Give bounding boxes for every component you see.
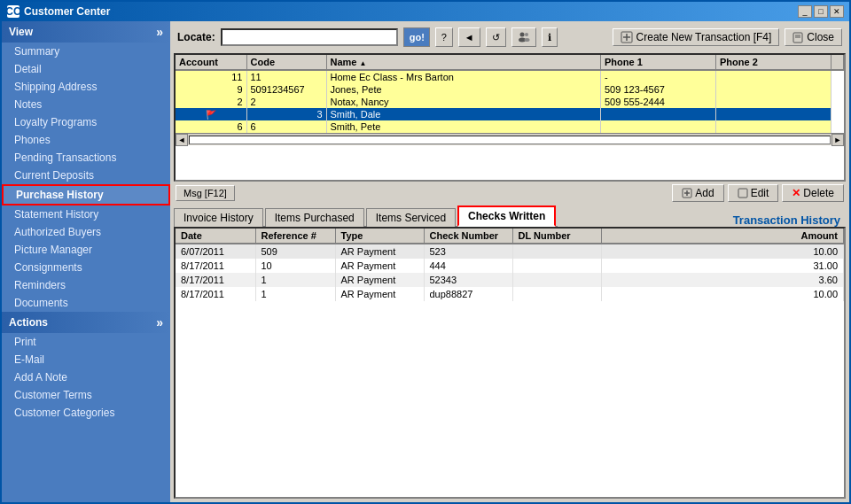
title-bar-left: CC Customer Center: [7, 5, 110, 18]
transaction-row[interactable]: 8/17/2011 10 AR Payment 444 31.00: [176, 259, 844, 273]
table-row[interactable]: 6 6 Smith, Pete: [176, 120, 844, 133]
cell-account: 2: [176, 96, 246, 108]
people-button[interactable]: [511, 27, 536, 47]
app-icon: CC: [7, 5, 20, 18]
sidebar-item-loyalty-programs[interactable]: Loyalty Programs: [2, 113, 170, 131]
col-amount[interactable]: Amount: [601, 229, 844, 244]
cell-phone2: [716, 108, 831, 120]
right-panel: Locate: go! ? ◄ ↺ ℹ Create New Transacti…: [170, 21, 849, 502]
sidebar-item-authorized-buyers[interactable]: Authorized Buyers: [2, 223, 170, 241]
cell-code: 11: [246, 70, 326, 83]
sidebar-item-detail[interactable]: Detail: [2, 60, 170, 78]
create-new-transaction-button[interactable]: Create New Transaction [F4]: [613, 28, 780, 46]
sidebar-item-pending-transactions[interactable]: Pending Transactions: [2, 149, 170, 167]
cell-type: AR Payment: [335, 259, 424, 273]
sidebar-item-reminders[interactable]: Reminders: [2, 276, 170, 294]
tab-invoice-history[interactable]: Invoice History: [174, 208, 263, 227]
sidebar-item-documents[interactable]: Documents: [2, 294, 170, 312]
add-label: Add: [695, 187, 714, 199]
transaction-row[interactable]: 8/17/2011 1 AR Payment dup88827 10.00: [176, 287, 844, 301]
cell-dl: [512, 273, 601, 287]
col-account[interactable]: Account: [176, 55, 246, 70]
col-name[interactable]: Name ▲: [326, 55, 601, 70]
view-label: View: [9, 26, 33, 38]
cell-phone1: [601, 120, 716, 133]
tab-checks-written[interactable]: Checks Written: [457, 205, 556, 227]
actions-collapse-icon: »: [156, 315, 163, 330]
transaction-row[interactable]: 6/07/2011 509 AR Payment 523 10.00: [176, 244, 844, 259]
cell-phone2: [716, 83, 831, 96]
col-scrollbar-spacer: [831, 55, 844, 70]
sidebar-item-print[interactable]: Print: [2, 333, 170, 351]
edit-button[interactable]: Edit: [728, 184, 779, 202]
info-button[interactable]: ℹ: [542, 27, 558, 47]
back-button[interactable]: ◄: [458, 27, 480, 47]
table-row[interactable]: 11 11 Home Ec Class - Mrs Barton -: [176, 70, 844, 83]
close-label: Close: [807, 31, 834, 43]
toolbar: Locate: go! ? ◄ ↺ ℹ Create New Transacti…: [174, 25, 846, 50]
table-row[interactable]: 🚩 3 Smith, Dale: [176, 108, 844, 120]
close-button[interactable]: Close: [785, 28, 842, 46]
sidebar-item-phones[interactable]: Phones: [2, 131, 170, 149]
table-header-row: Account Code Name ▲ Phone 1 Phone 2: [176, 55, 844, 70]
delete-button[interactable]: ✕ Delete: [782, 184, 844, 202]
go-button[interactable]: go!: [403, 27, 430, 47]
col-phone2[interactable]: Phone 2: [716, 55, 831, 70]
minimize-button[interactable]: _: [798, 5, 812, 18]
col-type[interactable]: Type: [335, 229, 424, 244]
cell-phone2: [716, 70, 831, 83]
cell-phone2: [716, 96, 831, 108]
cell-check: 523: [424, 244, 512, 259]
window-close-button[interactable]: ✕: [830, 5, 844, 18]
sidebar-item-add-a-note[interactable]: Add A Note: [2, 368, 170, 386]
scroll-right-button[interactable]: ►: [831, 134, 844, 146]
svg-point-3: [524, 38, 529, 42]
maximize-button[interactable]: □: [814, 5, 828, 18]
view-section-header[interactable]: View »: [2, 21, 170, 43]
cell-code: 5091234567: [246, 83, 326, 96]
svg-point-0: [519, 33, 524, 37]
transaction-table: Date Reference # Type Check Number DL Nu…: [176, 229, 844, 301]
sidebar-item-purchase-history[interactable]: Purchase History: [2, 184, 170, 205]
col-code[interactable]: Code: [246, 55, 326, 70]
sidebar-item-notes[interactable]: Notes: [2, 96, 170, 113]
tab-items-purchased[interactable]: Items Purchased: [265, 208, 364, 227]
sidebar-item-customer-terms[interactable]: Customer Terms: [2, 386, 170, 404]
scroll-left-button[interactable]: ◄: [176, 134, 188, 146]
sidebar-item-summary[interactable]: Summary: [2, 43, 170, 60]
title-bar: CC Customer Center _ □ ✕: [2, 2, 849, 21]
table-row[interactable]: 9 5091234567 Jones, Pete 509 123-4567: [176, 83, 844, 96]
actions-section-header[interactable]: Actions »: [2, 312, 170, 333]
sidebar-item-current-deposits[interactable]: Current Deposits: [2, 167, 170, 184]
svg-point-2: [525, 33, 528, 36]
col-check-number[interactable]: Check Number: [424, 229, 512, 244]
cell-date: 8/17/2011: [176, 259, 255, 273]
col-reference[interactable]: Reference #: [255, 229, 335, 244]
msg-button[interactable]: Msg [F12]: [176, 185, 235, 201]
sidebar-item-picture-manager[interactable]: Picture Manager: [2, 241, 170, 259]
cell-reference: 1: [255, 273, 335, 287]
locate-input[interactable]: [221, 28, 398, 46]
sidebar-item-statement-history[interactable]: Statement History: [2, 205, 170, 223]
cell-name: Smith, Dale: [326, 108, 601, 120]
transaction-row[interactable]: 8/17/2011 1 AR Payment 52343 3.60: [176, 273, 844, 287]
cell-type: AR Payment: [335, 273, 424, 287]
cell-flag: 🚩: [176, 108, 246, 120]
refresh-button[interactable]: ↺: [486, 27, 506, 47]
cell-dl: [512, 259, 601, 273]
sidebar-item-email[interactable]: E-Mail: [2, 351, 170, 368]
help-button[interactable]: ?: [435, 27, 453, 47]
sidebar-item-customer-categories[interactable]: Customer Categories: [2, 404, 170, 422]
actions-label: Actions: [9, 316, 48, 329]
col-dl-number[interactable]: DL Number: [512, 229, 601, 244]
sidebar-item-consignments[interactable]: Consignments: [2, 259, 170, 276]
tab-items-serviced[interactable]: Items Serviced: [366, 208, 456, 227]
sidebar-item-shipping-address[interactable]: Shipping Address: [2, 78, 170, 96]
customer-table: Account Code Name ▲ Phone 1 Phone 2 11 1…: [176, 55, 844, 133]
col-date[interactable]: Date: [176, 229, 255, 244]
cell-code: 6: [246, 120, 326, 133]
customer-center-window: CC Customer Center _ □ ✕ View » Summary …: [0, 0, 851, 504]
table-row[interactable]: 2 2 Notax, Nancy 509 555-2444: [176, 96, 844, 108]
add-button[interactable]: Add: [672, 184, 723, 202]
col-phone1[interactable]: Phone 1: [601, 55, 716, 70]
